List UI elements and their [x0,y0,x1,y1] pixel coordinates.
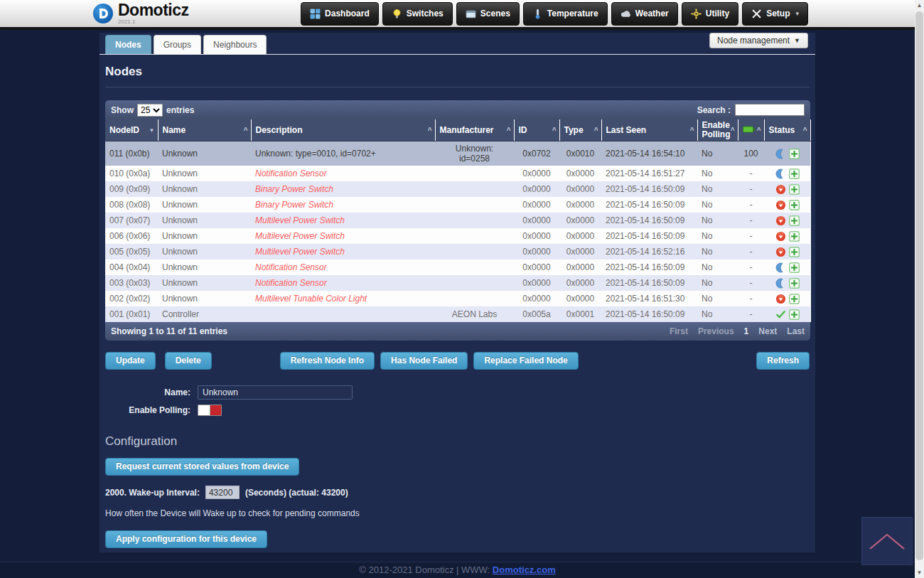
table-row[interactable]: 007 (0x07)UnknownMultilevel Power Switch… [105,213,810,228]
nodes-table-body: 011 (0x0b)UnknownUnknown: type=0010, id=… [105,141,810,323]
col-nodeid[interactable]: NodeID▼ [105,119,158,141]
cell-manufacturer [435,197,514,213]
node-dead-icon [775,200,786,210]
cell-type: 0x0000 [559,166,601,181]
cell-id: 0x0702 [514,141,559,166]
cell-description: Unknown: type=0010, id=0702+ [251,141,435,166]
update-button[interactable]: Update [105,352,156,370]
nav-weather[interactable]: Weather [611,2,678,26]
table-row[interactable]: 005 (0x05)UnknownMultilevel Power Switch… [105,244,810,259]
main-nav: Dashboard Switches Scenes Temperature We… [297,2,808,26]
add-node-icon[interactable] [789,168,800,179]
add-node-icon[interactable] [789,200,800,210]
replace-failed-node-button[interactable]: Replace Failed Node [473,352,578,370]
cell-last-seen: 2021-05-14 16:51:30 [601,291,697,306]
table-row[interactable]: 011 (0x0b)UnknownUnknown: type=0010, id=… [105,141,810,166]
chevron-down-icon: ▼ [794,37,800,44]
tab-groups[interactable]: Groups [154,35,201,54]
scrollbar-thumb[interactable] [915,11,923,560]
utility-icon [691,9,702,19]
tab-nodes[interactable]: Nodes [105,35,151,54]
nav-utility[interactable]: Utility [682,2,738,26]
cell-polling: No [697,141,738,166]
add-node-icon[interactable] [789,294,800,304]
cell-type: 0x0000 [559,244,601,259]
apply-configuration-button[interactable]: Apply configuration for this device [105,530,267,548]
cell-last-seen: 2021-05-14 16:50:09 [601,259,697,275]
scrollbar-up-arrow[interactable]: ▲ [915,0,924,11]
tabs-bar: Nodes Groups Neighbours Node management … [100,33,815,55]
col-battery[interactable]: ^ [738,119,764,141]
name-input[interactable] [198,385,353,400]
nav-switches[interactable]: Switches [382,2,453,26]
cell-description: Notification Sensor [251,275,435,291]
scrollbar-down-arrow[interactable]: ▼ [915,567,924,578]
add-node-icon[interactable] [789,247,800,257]
enable-polling-toggle[interactable] [198,405,222,416]
col-name[interactable]: Name^ [158,119,251,141]
tab-neighbours[interactable]: Neighbours [203,35,267,54]
sort-icon: ^ [803,126,807,135]
nav-setup[interactable]: Setup ▾ [742,2,808,26]
col-type[interactable]: Type^ [559,119,601,141]
add-node-icon[interactable] [789,184,800,195]
wakeup-interval-input[interactable] [205,486,240,499]
enable-polling-label: Enable Polling: [105,405,190,415]
delete-button[interactable]: Delete [165,352,212,370]
nav-temperature[interactable]: Temperature [523,2,608,26]
cell-name: Unknown [158,197,251,213]
show-entries-control: Show 25 entries [111,104,194,117]
pagination-next[interactable]: Next [758,326,777,336]
table-row[interactable]: 001 (0x01)ControllerAEON Labs0x005a0x000… [105,306,810,322]
add-node-icon[interactable] [789,231,800,242]
scenes-icon [466,9,476,19]
col-manufacturer[interactable]: Manufacturer^ [435,119,514,141]
node-dead-icon [775,294,786,304]
refresh-button[interactable]: Refresh [756,352,810,370]
table-row[interactable]: 002 (0x02)UnknownMultilevel Tunable Colo… [105,291,810,306]
cell-last-seen: 2021-05-14 16:50:09 [601,213,697,228]
pagination-previous[interactable]: Previous [698,326,734,336]
add-node-icon[interactable] [789,215,800,226]
table-row[interactable]: 004 (0x04)UnknownNotification Sensor0x00… [105,259,810,275]
col-id[interactable]: ID^ [514,119,559,141]
col-status[interactable]: Status^ [764,119,810,141]
table-row[interactable]: 010 (0x0a)UnknownNotification Sensor0x00… [105,166,810,181]
cell-type: 0x0001 [559,306,601,322]
col-description[interactable]: Description^ [251,119,435,141]
cell-name: Unknown [158,244,251,259]
add-node-icon[interactable] [789,262,800,273]
search-input[interactable] [735,104,805,116]
page-size-select[interactable]: 25 [137,104,163,117]
has-node-failed-button[interactable]: Has Node Failed [380,352,468,370]
vertical-scrollbar[interactable]: ▲ ▼ [915,0,924,578]
col-last-seen[interactable]: Last Seen^ [601,119,697,141]
pagination-last[interactable]: Last [787,326,805,336]
cell-node-id: 010 (0x0a) [105,166,158,181]
cell-type: 0x0000 [559,228,601,244]
pagination-page-1[interactable]: 1 [744,326,749,336]
add-node-icon[interactable] [789,149,800,159]
request-stored-values-button[interactable]: Request current stored values from devic… [105,458,299,476]
cell-status [764,291,810,306]
domoticz-link[interactable]: Domoticz.com [493,564,556,575]
refresh-node-info-button[interactable]: Refresh Node Info [280,352,375,370]
nav-dashboard[interactable]: Dashboard [301,2,379,26]
add-node-icon[interactable] [789,309,800,320]
table-row[interactable]: 003 (0x03)UnknownNotification Sensor0x00… [105,275,810,291]
cell-battery: - [738,181,764,197]
table-row[interactable]: 006 (0x06)UnknownMultilevel Power Switch… [105,228,810,244]
node-management-dropdown[interactable]: Node management ▼ [709,33,808,48]
actions-row: Update Delete Refresh Node Info Has Node… [105,352,810,370]
nav-scenes[interactable]: Scenes [456,2,520,26]
brand[interactable]: Domoticz 2021.1 [92,2,189,25]
col-enable-polling[interactable]: Enable Polling^ [697,119,738,141]
cell-type: 0x0010 [559,141,601,166]
add-node-icon[interactable] [789,278,800,289]
pagination-first[interactable]: First [670,326,688,336]
cell-node-id: 001 (0x01) [105,306,158,322]
scroll-to-top-button[interactable] [861,517,913,565]
table-row[interactable]: 009 (0x09)UnknownBinary Power Switch0x00… [105,181,810,197]
cell-description [251,306,435,322]
table-row[interactable]: 008 (0x08)UnknownBinary Power Switch0x00… [105,197,810,213]
